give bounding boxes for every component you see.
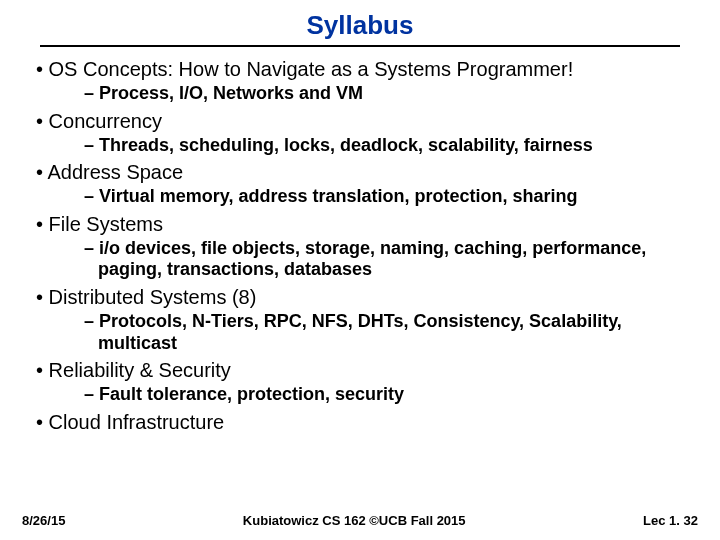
footer-course: Kubiatowicz CS 162 ©UCB Fall 2015 [65, 513, 643, 528]
bullet-level-2: i/o devices, file objects, storage, nami… [28, 238, 692, 281]
bullet-level-1: Reliability & Security [28, 358, 692, 383]
slide-title: Syllabus [20, 10, 700, 45]
bullet-level-2: Protocols, N-Tiers, RPC, NFS, DHTs, Cons… [28, 311, 692, 354]
footer-page: Lec 1. 32 [643, 513, 698, 528]
footer-date: 8/26/15 [22, 513, 65, 528]
bullet-level-2: Fault tolerance, protection, security [28, 384, 692, 406]
title-underline [40, 45, 680, 47]
bullet-level-1: File Systems [28, 212, 692, 237]
slide-footer: 8/26/15 Kubiatowicz CS 162 ©UCB Fall 201… [0, 513, 720, 528]
bullet-level-2: Threads, scheduling, locks, deadlock, sc… [28, 135, 692, 157]
bullet-level-1: Distributed Systems (8) [28, 285, 692, 310]
bullet-level-1: Cloud Infrastructure [28, 410, 692, 435]
slide-body: OS Concepts: How to Navigate as a System… [20, 57, 700, 435]
bullet-level-1: Address Space [28, 160, 692, 185]
bullet-level-1: Concurrency [28, 109, 692, 134]
bullet-level-1: OS Concepts: How to Navigate as a System… [28, 57, 692, 82]
bullet-level-2: Process, I/O, Networks and VM [28, 83, 692, 105]
bullet-level-2: Virtual memory, address translation, pro… [28, 186, 692, 208]
